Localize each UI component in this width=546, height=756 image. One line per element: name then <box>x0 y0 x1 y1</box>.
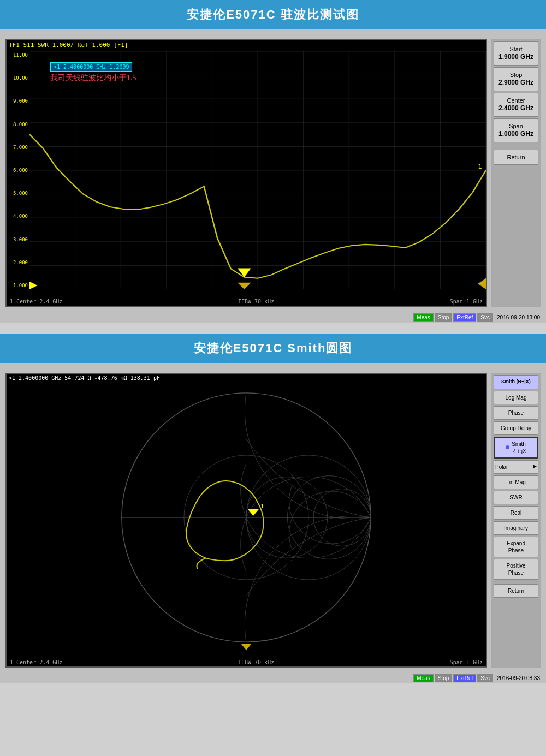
return-label: Return <box>507 154 525 160</box>
return-button[interactable]: Return <box>494 150 538 165</box>
smith-bottom-bar: 1 Center 2.4 GHz IFBW 70 kHz Span 1 GHz <box>7 658 486 666</box>
center-button[interactable]: Center 2.4000 GHz <box>494 93 538 117</box>
y-label-8: 8.000 <box>7 122 29 127</box>
svc-status: Svc <box>477 313 493 322</box>
swr-chart-svg: 1 <box>29 51 486 289</box>
swr-left-marker <box>29 282 38 289</box>
swr-bottom-bar: 1 Center 2.4 GHz IFBW 70 kHz Span 1 GHz <box>7 297 486 306</box>
y-label-7: 7.000 <box>7 145 29 150</box>
smith-btn-label: SmithR + jX <box>511 440 526 455</box>
smith-chart-svg: 1 <box>7 385 486 650</box>
start-label: Start <box>509 46 522 52</box>
swr-right-marker <box>478 278 486 289</box>
swr-marker-down <box>238 268 251 277</box>
y-label-10: 10.00 <box>7 75 29 81</box>
polar-label: Polar <box>495 463 508 471</box>
swr-panel: TF1 S11 SWR 1.000/ Ref 1.000 [F1] >1 2.4… <box>0 29 546 312</box>
smith-chart-header: >1 2.4000000 GHz 54.724 Ω -478.76 mΩ 138… <box>7 374 486 382</box>
positive-phase-button[interactable]: PositivePhase <box>494 559 538 580</box>
smith-center-label: 1 Center 2.4 GHz <box>10 659 62 665</box>
y-label-9: 9.000 <box>7 98 29 104</box>
stop-status: Stop <box>435 313 453 322</box>
meas-status: Meas <box>413 313 433 322</box>
swr-status-bar: Meas Stop ExtRef Svc 2016-09-20 13:00 <box>0 312 546 323</box>
swr-button2[interactable]: SWR <box>494 491 538 504</box>
center-label: Center <box>507 97 525 104</box>
swr-y-axis: 11.00 10.00 9.000 8.000 7.000 6.000 5.00… <box>7 51 29 289</box>
stop-button[interactable]: Stop 2.9000 GHz <box>494 67 538 91</box>
swr-chart-header: TF1 S11 SWR 1.000/ Ref 1.000 [F1] <box>7 40 486 50</box>
section1-header: 安捷伦E5071C 驻波比测试图 <box>0 0 546 29</box>
y-label-1: 1.000 <box>7 283 29 288</box>
smith-status-bar: Meas Stop ExtRef Svc 2016-09-20 08:33 <box>0 673 546 683</box>
imaginary-button[interactable]: Imaginary <box>494 521 538 535</box>
time1-status: 2016-09-20 13:00 <box>494 314 543 321</box>
group-delay-button[interactable]: Group Delay <box>494 421 538 435</box>
lin-mag-button[interactable]: Lin Mag <box>494 475 538 489</box>
smith-type-label: Smith (R+jX) <box>494 375 538 389</box>
swr-side-panel: Start 1.9000 GHz Stop 2.9000 GHz Center … <box>491 39 541 307</box>
swr-ifbw-label: IFBW 70 kHz <box>238 299 274 305</box>
smith-side-panel: Smith (R+jX) Log Mag Phase Group Delay S… <box>491 373 541 668</box>
stop-value: 2.9000 GHz <box>495 79 537 87</box>
y-label-4: 4.000 <box>7 213 29 219</box>
smith-panel: >1 2.4000000 GHz 54.724 Ω -478.76 mΩ 138… <box>0 363 546 673</box>
meas-status2: Meas <box>413 674 433 682</box>
span-label: Span <box>509 123 523 129</box>
swr-center-label: 1 Center 2.4 GHz <box>10 299 62 305</box>
smith-dot-icon <box>506 445 509 449</box>
extref-status: ExtRef <box>453 313 476 322</box>
swr-bottom-marker <box>238 283 251 289</box>
svg-text:1: 1 <box>478 164 482 170</box>
span-button[interactable]: Span 1.0000 GHz <box>494 118 538 142</box>
stop-status2: Stop <box>435 674 453 682</box>
y-label-5: 5.000 <box>7 191 29 196</box>
center-value: 2.4000 GHz <box>495 104 537 113</box>
real-button[interactable]: Real <box>494 506 538 520</box>
smith-span-label: Span 1 GHz <box>450 659 483 665</box>
section2-header: 安捷伦E5071C Smith圆图 <box>0 334 546 363</box>
svg-text:1: 1 <box>260 503 264 510</box>
stop-label: Stop <box>510 72 523 78</box>
expand-phase-button[interactable]: ExpandPhase <box>494 537 538 557</box>
y-label-3: 3.000 <box>7 237 29 242</box>
log-mag-button[interactable]: Log Mag <box>494 391 538 404</box>
smith-chart-area: >1 2.4000000 GHz 54.724 Ω -478.76 mΩ 138… <box>5 373 487 668</box>
swr-span-label: Span 1 GHz <box>450 299 483 305</box>
time2-status: 2016-09-20 08:33 <box>494 675 543 682</box>
y-label-11: 11.00 <box>7 52 29 58</box>
polar-button[interactable]: Polar ▶ <box>494 460 538 474</box>
span-value: 1.0000 GHz <box>495 130 537 139</box>
extref-status2: ExtRef <box>453 674 476 682</box>
svc-status2: Svc <box>477 674 493 682</box>
phase-button[interactable]: Phase <box>494 406 538 420</box>
start-button[interactable]: Start 1.9000 GHz <box>494 41 538 66</box>
y-label-6: 6.000 <box>7 168 29 173</box>
start-value: 1.9000 GHz <box>495 53 537 62</box>
y-label-2: 2.000 <box>7 260 29 265</box>
swr-chart-area: TF1 S11 SWR 1.000/ Ref 1.000 [F1] >1 2.4… <box>5 39 487 307</box>
smith-button[interactable]: SmithR + jX <box>494 437 538 459</box>
polar-arrow-icon: ▶ <box>533 463 537 470</box>
return-button2[interactable]: Return <box>494 584 538 598</box>
smith-ifbw-label: IFBW 70 kHz <box>238 659 274 665</box>
